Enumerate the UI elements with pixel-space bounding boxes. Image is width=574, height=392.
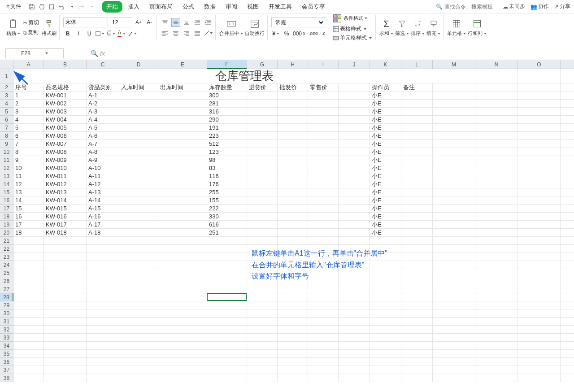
col-header-A[interactable]: A [13, 60, 44, 69]
save-icon[interactable] [28, 3, 35, 10]
cell-F30[interactable] [207, 309, 247, 318]
cell-O38[interactable] [518, 374, 561, 382]
tab-数据[interactable]: 数据 [200, 1, 220, 13]
cell-N9[interactable] [475, 140, 518, 148]
row-header-31[interactable]: 31 [0, 318, 13, 326]
cell-A10[interactable]: 8 [13, 148, 44, 156]
cell-A3[interactable]: 1 [13, 91, 44, 100]
copy-button[interactable]: ⧉复制 [22, 28, 40, 37]
cell-M5[interactable] [433, 108, 475, 116]
cell-P31[interactable] [561, 318, 574, 326]
cell-B11[interactable]: KW-009 [44, 156, 87, 164]
cell-O21[interactable] [518, 237, 561, 245]
cell-M22[interactable] [433, 245, 475, 253]
cell-C24[interactable] [87, 261, 119, 269]
cell-E23[interactable] [158, 253, 207, 261]
cell-A18[interactable]: 16 [13, 213, 44, 221]
cell-N33[interactable] [475, 334, 518, 342]
cell-F24[interactable] [207, 261, 247, 269]
cell-L38[interactable] [401, 374, 433, 382]
bold-button[interactable]: B [63, 29, 72, 38]
cell-J24[interactable] [339, 261, 370, 269]
col-header-G[interactable]: G [247, 60, 278, 69]
col-header-D[interactable]: D [119, 60, 158, 69]
cell-B2[interactable]: 品名规格 [44, 83, 87, 91]
cell-L8[interactable] [401, 132, 433, 140]
cell-L31[interactable] [401, 318, 433, 326]
cell-L9[interactable] [401, 140, 433, 148]
cell-H26[interactable] [278, 277, 308, 285]
cell-M28[interactable] [433, 293, 475, 301]
cell-G30[interactable] [247, 309, 278, 318]
filter-button[interactable]: 筛选 [395, 18, 409, 37]
cell-B22[interactable] [44, 245, 87, 253]
cell-F22[interactable] [207, 245, 247, 253]
spreadsheet-grid[interactable]: ABCDEFGHIJKLMNOP 12345678910111213141516… [0, 60, 574, 392]
cell-A28[interactable] [13, 293, 44, 301]
cell-H21[interactable] [278, 237, 308, 245]
cell-A25[interactable] [13, 269, 44, 277]
cell-D34[interactable] [119, 342, 158, 350]
row-header-23[interactable]: 23 [0, 253, 13, 261]
cell-L10[interactable] [401, 148, 433, 156]
cell-D8[interactable] [119, 132, 158, 140]
decrease-decimal-button[interactable]: .00→.0 [314, 29, 323, 38]
col-header-I[interactable]: I [308, 60, 339, 69]
cell-D38[interactable] [119, 374, 158, 382]
row-header-2[interactable]: 2 [0, 83, 13, 91]
cell-K10[interactable]: 小E [370, 148, 401, 156]
cell-D17[interactable] [119, 205, 158, 213]
cell-J15[interactable] [339, 188, 370, 196]
cell-P20[interactable] [561, 229, 574, 237]
cell-B6[interactable]: KW-004 [44, 116, 87, 124]
cell-D36[interactable] [119, 358, 158, 366]
highlight-button[interactable] [128, 29, 137, 38]
cell-K13[interactable]: 小E [370, 172, 401, 180]
redo-dropdown[interactable] [87, 3, 95, 10]
cell-L20[interactable] [401, 229, 433, 237]
col-header-C[interactable]: C [87, 60, 119, 69]
cell-N26[interactable] [475, 277, 518, 285]
cell-A22[interactable] [13, 245, 44, 253]
cell-O31[interactable] [518, 318, 561, 326]
cell-G4[interactable] [247, 100, 278, 108]
row-header-6[interactable]: 6 [0, 116, 13, 124]
cell-K32[interactable] [370, 326, 401, 334]
cell-B5[interactable]: KW-003 [44, 108, 87, 116]
cell-A21[interactable] [13, 237, 44, 245]
cell-E4[interactable] [158, 100, 207, 108]
cell-P9[interactable] [561, 140, 574, 148]
cell-G37[interactable] [247, 366, 278, 374]
cell-A9[interactable]: 7 [13, 140, 44, 148]
cell-D31[interactable] [119, 318, 158, 326]
cell-N21[interactable] [475, 237, 518, 245]
orientation-button[interactable] [204, 29, 213, 38]
cell-B16[interactable]: KW-014 [44, 196, 87, 205]
cell-K12[interactable]: 小E [370, 164, 401, 172]
cell-G19[interactable] [247, 221, 278, 229]
cell-M11[interactable] [433, 156, 475, 164]
cell-C35[interactable] [87, 350, 119, 358]
cell-A36[interactable] [13, 358, 44, 366]
cell-F31[interactable] [207, 318, 247, 326]
cell-G20[interactable] [247, 229, 278, 237]
row-header-38[interactable]: 38 [0, 374, 13, 382]
cell-H23[interactable] [278, 253, 308, 261]
align-left-button[interactable] [161, 29, 170, 38]
cell-L12[interactable] [401, 164, 433, 172]
currency-button[interactable]: ¥ [271, 29, 280, 38]
cell-L11[interactable] [401, 156, 433, 164]
cell-M15[interactable] [433, 188, 475, 196]
cell-J26[interactable] [339, 277, 370, 285]
cell-B3[interactable]: KW-001 [44, 91, 87, 100]
cell-K30[interactable] [370, 309, 401, 318]
cell-E8[interactable] [158, 132, 207, 140]
cell-M21[interactable] [433, 237, 475, 245]
cell-P33[interactable] [561, 334, 574, 342]
cell-H2[interactable]: 批发价 [278, 83, 308, 91]
format-painter-button[interactable]: 格式刷 [42, 18, 57, 37]
increase-decimal-button[interactable]: .0→.00 [304, 29, 313, 38]
cell-N34[interactable] [475, 342, 518, 350]
cell-L30[interactable] [401, 309, 433, 318]
tab-页面布局[interactable]: 页面布局 [145, 1, 177, 13]
